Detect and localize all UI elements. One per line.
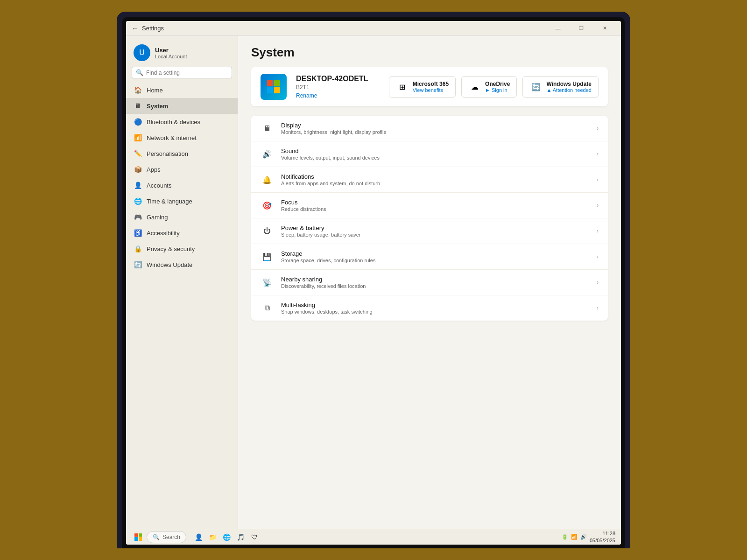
main-content: System DESKTOP-42ODETL (238, 36, 621, 529)
search-input[interactable] (146, 70, 228, 76)
taskbar-browser-icon[interactable]: 🌐 (220, 531, 233, 544)
settings-item-nearby-sharing[interactable]: 📡 Nearby sharing Discoverability, receiv… (251, 270, 608, 295)
multi-tasking-icon: ⧉ (261, 301, 274, 315)
focus-icon: 🎯 (261, 199, 274, 212)
sidebar-item-windows-update[interactable]: 🔄 Windows Update (126, 257, 238, 273)
back-button[interactable]: ← (132, 25, 138, 32)
accounts-nav-icon: 👤 (134, 181, 142, 189)
close-button[interactable]: ✕ (594, 21, 615, 36)
notifications-desc: Alerts from apps and system, do not dist… (281, 181, 589, 186)
maximize-button[interactable]: ❐ (571, 21, 592, 36)
sidebar-item-gaming[interactable]: 🎮 Gaming (126, 209, 238, 225)
accessibility-nav-icon: ♿ (134, 229, 142, 237)
minimize-button[interactable]: — (547, 21, 569, 36)
search-icon: 🔍 (136, 69, 143, 76)
window-controls: — ❐ ✕ (547, 21, 615, 36)
display-desc: Monitors, brightness, night light, displ… (281, 129, 589, 135)
sidebar-item-accessibility[interactable]: ♿ Accessibility (126, 225, 238, 241)
taskbar: 🔍 Search 👤 📁 🌐 🎵 🛡 🔋 📶 🔊 11:28 (126, 529, 621, 545)
taskbar-explorer-icon[interactable]: 📁 (206, 531, 219, 544)
avatar: U (134, 44, 150, 61)
windows-update-nav-label: Windows Update (147, 261, 192, 268)
sidebar-item-bluetooth[interactable]: 🔵 Bluetooth & devices (126, 114, 238, 130)
settings-item-power-battery[interactable]: ⏻ Power & battery Sleep, battery usage, … (251, 218, 608, 244)
user-type: Local Account (155, 54, 187, 59)
clock-date: 05/05/2025 (590, 537, 615, 544)
taskbar-user-icon[interactable]: 👤 (192, 531, 205, 544)
quick-link-windows-update[interactable]: 🔄 Windows Update ▲ Attention needed (522, 76, 599, 98)
quick-link-microsoft365[interactable]: ⊞ Microsoft 365 View benefits (389, 76, 456, 98)
taskbar-search[interactable]: 🔍 Search (147, 531, 186, 543)
power-battery-icon: ⏻ (261, 224, 274, 238)
computer-card: DESKTOP-42ODETL B2T1 Rename ⊞ Microsoft … (251, 67, 608, 106)
multi-tasking-desc: Snap windows, desktops, task switching (281, 309, 589, 315)
display-title: Display (281, 122, 589, 129)
focus-arrow: › (597, 202, 599, 209)
microsoft365-icon: ⊞ (396, 80, 409, 93)
sidebar-item-privacy[interactable]: 🔒 Privacy & security (126, 241, 238, 257)
windows-logo-icon (267, 80, 280, 93)
nearby-sharing-text: Nearby sharing Discoverability, received… (281, 276, 589, 289)
taskbar-security-icon[interactable]: 🛡 (248, 531, 261, 544)
accounts-nav-label: Accounts (147, 182, 171, 189)
focus-title: Focus (281, 199, 589, 206)
search-box[interactable]: 🔍 (132, 67, 232, 78)
onedrive-text: OneDrive ► Sign in (485, 81, 510, 93)
sound-arrow: › (597, 151, 599, 157)
notifications-text: Notifications Alerts from apps and syste… (281, 173, 589, 186)
quick-links: ⊞ Microsoft 365 View benefits ☁ OneDrive… (389, 76, 599, 98)
clock-time: 11:28 (590, 530, 615, 537)
sound-title: Sound (281, 147, 589, 154)
sidebar-item-apps[interactable]: 📦 Apps (126, 161, 238, 177)
microsoft365-text: Microsoft 365 View benefits (413, 81, 449, 93)
system-nav-label: System (147, 103, 168, 110)
bluetooth-nav-icon: 🔵 (134, 118, 142, 126)
quick-link-onedrive[interactable]: ☁ OneDrive ► Sign in (461, 76, 517, 98)
battery-icon: 🔋 (562, 534, 568, 540)
windows-update-sub: ▲ Attention needed (546, 87, 592, 93)
start-button[interactable] (132, 531, 145, 544)
network-nav-icon: 📶 (134, 133, 142, 142)
sidebar-item-home[interactable]: 🏠 Home (126, 82, 238, 98)
sound-text: Sound Volume levels, output, input, soun… (281, 147, 589, 161)
microsoft365-title: Microsoft 365 (413, 81, 449, 87)
multi-tasking-arrow: › (597, 305, 599, 311)
focus-desc: Reduce distractions (281, 206, 589, 212)
settings-item-display[interactable]: 🖥 Display Monitors, brightness, night li… (251, 116, 608, 141)
nearby-sharing-icon: 📡 (261, 276, 274, 289)
sidebar-item-accounts[interactable]: 👤 Accounts (126, 177, 238, 193)
privacy-nav-label: Privacy & security (147, 245, 195, 252)
apps-nav-icon: 📦 (134, 165, 142, 174)
sidebar-item-time[interactable]: 🌐 Time & language (126, 193, 238, 209)
home-nav-icon: 🏠 (134, 86, 142, 94)
taskbar-media-icon[interactable]: 🎵 (234, 531, 247, 544)
computer-icon (261, 74, 287, 100)
power-battery-title: Power & battery (281, 224, 589, 231)
onedrive-sub: ► Sign in (485, 87, 510, 93)
sidebar-item-network[interactable]: 📶 Network & internet (126, 130, 238, 146)
settings-list: 🖥 Display Monitors, brightness, night li… (251, 116, 608, 321)
sidebar-item-system[interactable]: 🖥 System (126, 98, 238, 114)
settings-item-sound[interactable]: 🔊 Sound Volume levels, output, input, so… (251, 141, 608, 167)
taskbar-app-icons: 👤 📁 🌐 🎵 🛡 (192, 531, 261, 544)
settings-item-storage[interactable]: 💾 Storage Storage space, drives, configu… (251, 244, 608, 270)
network-nav-label: Network & internet (147, 134, 197, 141)
time-nav-icon: 🌐 (134, 197, 142, 205)
notifications-icon: 🔔 (261, 173, 274, 186)
sidebar-item-personalisation[interactable]: ✏️ Personalisation (126, 146, 238, 161)
sound-icon: 🔊 (261, 147, 274, 161)
onedrive-icon: ☁ (468, 80, 481, 93)
focus-text: Focus Reduce distractions (281, 199, 589, 212)
settings-item-multi-tasking[interactable]: ⧉ Multi-tasking Snap windows, desktops, … (251, 295, 608, 321)
personalisation-nav-label: Personalisation (147, 150, 188, 157)
microsoft365-sub: View benefits (413, 87, 449, 93)
user-info: User Local Account (155, 47, 187, 59)
gaming-nav-label: Gaming (147, 214, 168, 221)
display-icon: 🖥 (261, 122, 274, 135)
settings-item-notifications[interactable]: 🔔 Notifications Alerts from apps and sys… (251, 167, 608, 193)
nearby-sharing-arrow: › (597, 279, 599, 286)
settings-item-focus[interactable]: 🎯 Focus Reduce distractions › (251, 193, 608, 218)
title-bar: ← Settings — ❐ ✕ (126, 21, 621, 36)
notifications-arrow: › (597, 176, 599, 183)
rename-link[interactable]: Rename (296, 92, 380, 99)
